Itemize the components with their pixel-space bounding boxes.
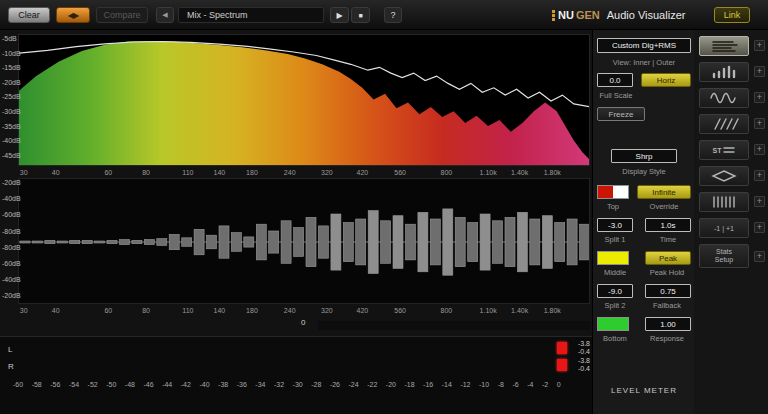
add-view-1-button[interactable]: + — [754, 40, 765, 51]
y-tick-label: -80dB — [2, 228, 21, 235]
channel-select-label: -1 | +1 — [714, 225, 734, 232]
scale-tick-label: -50 — [106, 381, 116, 388]
split2-value[interactable]: -9.0 — [597, 284, 633, 298]
add-view-8-button[interactable]: + — [754, 222, 765, 233]
x-tick-label: 30 — [20, 169, 28, 176]
control-panel: Custom Dig+RMS View: Inner | Outer 0.0 H… — [592, 30, 694, 414]
response-label: Response — [639, 334, 695, 343]
scale-tick-label: 0 — [557, 381, 561, 388]
difference-bar — [144, 240, 154, 245]
view-mode-toggle[interactable]: View: Inner | Outer — [593, 58, 695, 67]
bottom-color-swatch[interactable] — [597, 317, 629, 331]
meter-mode-select[interactable]: Custom Dig+RMS — [597, 38, 691, 53]
response-value[interactable]: 1.00 — [645, 317, 691, 331]
peak-hold-button[interactable]: Peak — [645, 251, 691, 265]
difference-bar — [368, 211, 378, 274]
y-tick-label: -45dB — [2, 152, 21, 159]
override-button[interactable]: Infinite — [637, 185, 691, 199]
spectrum-lines-icon — [709, 39, 739, 53]
stats-setup-button[interactable]: Stats Setup — [699, 244, 749, 268]
x-tick-label: 560 — [394, 169, 406, 176]
scale-tick-label: -18 — [404, 381, 414, 388]
link-button[interactable]: Link — [714, 7, 750, 23]
view-spectrum-lines-button[interactable] — [699, 36, 749, 56]
difference-bar — [207, 235, 217, 249]
top-color-right — [613, 186, 628, 198]
ab-swap-button[interactable]: ◀▶ — [56, 7, 90, 23]
visualizer-window: Clear ◀▶ Compare ◀ Mix - Spectrum ▶ ■ ? … — [0, 0, 768, 414]
scale-tick-label: -24 — [349, 381, 359, 388]
add-view-4-button[interactable]: + — [754, 118, 765, 129]
difference-bar — [555, 223, 565, 262]
add-view-2-button[interactable]: + — [754, 66, 765, 77]
x-tick-label: 240 — [284, 307, 296, 314]
difference-bar — [356, 219, 366, 265]
play-button[interactable]: ▶ — [330, 7, 349, 23]
difference-bar — [157, 239, 167, 246]
difference-bar — [430, 219, 440, 265]
y-tick-label: -15dB — [2, 64, 21, 71]
add-view-7-button[interactable]: + — [754, 196, 765, 207]
difference-bar — [219, 226, 229, 258]
middle-color-swatch[interactable] — [597, 251, 629, 265]
split2-label: Split 2 — [593, 301, 637, 310]
preset-prev-button[interactable]: ◀ — [156, 7, 174, 23]
stop-button[interactable]: ■ — [351, 7, 370, 23]
freeze-button[interactable]: Freeze — [597, 107, 645, 121]
x-tick-label: 110 — [182, 169, 193, 176]
view-spectrogram-button[interactable] — [699, 114, 749, 134]
view-bar-graph-button[interactable] — [699, 62, 749, 82]
add-view-6-button[interactable]: + — [754, 170, 765, 181]
y-tick-label: -80dB — [2, 244, 21, 251]
y-tick-label: -25dB — [2, 93, 21, 100]
display-style-select[interactable]: Shrp — [611, 149, 677, 163]
scale-tick-label: -22 — [367, 381, 377, 388]
level-readout: -0.4 — [568, 348, 590, 355]
time-value[interactable]: 1.0s — [645, 218, 691, 232]
compare-button[interactable]: Compare — [96, 7, 148, 23]
difference-bar — [20, 241, 30, 243]
x-tick-label: 30 — [20, 307, 28, 314]
help-button[interactable]: ? — [384, 7, 402, 23]
x-tick-label: 420 — [357, 169, 369, 176]
channel-select-button[interactable]: -1 | +1 — [699, 218, 749, 238]
add-view-3-button[interactable]: + — [754, 92, 765, 103]
difference-bar — [468, 223, 478, 262]
x-tick-label: 80 — [142, 307, 150, 314]
scale-tick-label: -42 — [181, 381, 191, 388]
scale-tick-label: -10 — [479, 381, 489, 388]
y-tick-label: -40dB — [2, 276, 21, 283]
view-waveform-button[interactable] — [699, 88, 749, 108]
preset-display[interactable]: Mix - Spectrum — [178, 7, 324, 23]
bottom-label: Bottom — [593, 334, 637, 343]
add-view-9-button[interactable]: + — [754, 251, 765, 262]
level-meter-scale: -60-58-56-54-52-50-48-46-44-42-40-38-36-… — [13, 381, 561, 388]
split1-label: Split 1 — [593, 235, 637, 244]
x-tick-label: 240 — [284, 169, 296, 176]
level-meter-label: LEVEL METER — [593, 386, 695, 395]
scale-tick-label: -4 — [527, 381, 533, 388]
difference-bar — [381, 221, 391, 263]
view-stereo-button[interactable]: ST — [699, 140, 749, 160]
difference-bar — [70, 240, 80, 243]
scale-tick-label: -56 — [50, 381, 60, 388]
fallback-value[interactable]: 0.75 — [645, 284, 691, 298]
stereo-lines-icon — [723, 143, 735, 157]
difference-bar — [567, 219, 577, 265]
difference-bar — [194, 229, 204, 255]
scale-tick-label: -36 — [237, 381, 247, 388]
scale-tick-label: -60 — [13, 381, 23, 388]
view-vertical-bars-button[interactable] — [699, 192, 749, 212]
logo-dots-icon — [552, 10, 555, 21]
y-tick-label: -30dB — [2, 108, 21, 115]
split-spectrum-display — [18, 178, 590, 304]
view-vectorscope-button[interactable] — [699, 166, 749, 186]
add-view-5-button[interactable]: + — [754, 144, 765, 155]
split1-value[interactable]: -3.0 — [597, 218, 633, 232]
clear-button[interactable]: Clear — [8, 7, 50, 23]
spectrum-fill — [19, 41, 590, 166]
y-tick-label: -20dB — [2, 292, 21, 299]
horiz-button[interactable]: Horiz — [641, 73, 691, 87]
full-scale-value[interactable]: 0.0 — [597, 73, 633, 87]
top-color-swatch[interactable] — [597, 185, 629, 199]
